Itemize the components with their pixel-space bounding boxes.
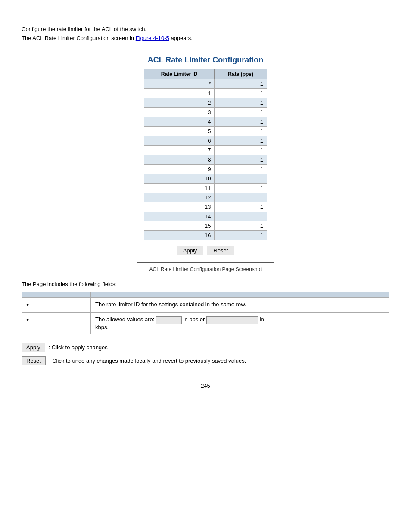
rate-cell: 1: [215, 193, 267, 202]
page-number: 245: [22, 383, 389, 389]
rate-limiter-id-cell: 11: [144, 184, 215, 193]
button-desc-section: Apply : Click to apply changes Reset : C…: [22, 343, 389, 365]
rate-cell: 1: [215, 231, 267, 240]
fields-table: • The rate limiter ID for the settings c…: [22, 292, 389, 334]
rate-limiter-id-cell: 10: [144, 174, 215, 184]
rate-limiter-id-cell: *: [144, 79, 215, 89]
figure-caption: ACL Rate Limiter Configuration Page Scre…: [149, 266, 262, 272]
field-label-2: •: [22, 313, 91, 334]
table-header-row: Rate Limiter ID Rate (pps): [144, 69, 267, 79]
field-desc-2: The allowed values are: in pps or in kbp…: [91, 313, 389, 334]
rate-cell: 1: [215, 79, 267, 89]
table-row: 121: [144, 193, 267, 202]
rate-limiter-id-cell: 7: [144, 146, 215, 155]
rate-limiter-id-cell: 1: [144, 89, 215, 98]
acl-table: Rate Limiter ID Rate (pps) *111213141516…: [144, 69, 267, 240]
rate-limiter-id-cell: 3: [144, 108, 215, 117]
rate-limiter-id-cell: 9: [144, 165, 215, 174]
table-row: 31: [144, 108, 267, 117]
intro-line2-suffix: appears.: [169, 35, 193, 41]
rate-cell: 1: [215, 146, 267, 155]
rate-cell: 1: [215, 136, 267, 146]
table-row: 41: [144, 117, 267, 127]
rate-limiter-id-cell: 8: [144, 155, 215, 165]
col-header-rate: Rate (pps): [215, 69, 267, 79]
field-desc-1: The rate limiter ID for the settings con…: [91, 298, 389, 313]
table-row: • The allowed values are: in pps or in k…: [22, 313, 389, 334]
rate-limiter-id-cell: 16: [144, 231, 215, 240]
intro-line2: The ACL Rate Limiter Configuration scree…: [22, 35, 389, 41]
rate-limiter-id-cell: 12: [144, 193, 215, 202]
reset-desc-row: Reset : Click to undo any changes made l…: [22, 356, 389, 365]
figure-container: ACL Rate Limiter Configuration Rate Limi…: [22, 50, 389, 272]
table-row: 61: [144, 136, 267, 146]
table-row: 111: [144, 184, 267, 193]
rate-cell: 1: [215, 202, 267, 212]
rate-cell: 1: [215, 98, 267, 108]
apply-button-main[interactable]: Apply: [177, 246, 204, 255]
col-header-id: Rate Limiter ID: [144, 69, 215, 79]
rate-cell: 1: [215, 127, 267, 136]
table-row: 21: [144, 98, 267, 108]
fields-col1-header: [22, 292, 91, 298]
rate-limiter-id-cell: 5: [144, 127, 215, 136]
field-desc-2-middle: in pps or: [184, 316, 205, 323]
field-desc-2-prefix: The allowed values are:: [95, 316, 154, 323]
reset-desc-text: : Click to undo any changes made locally…: [49, 358, 246, 364]
reset-label-desc: Reset: [22, 356, 46, 365]
rate-cell: 1: [215, 117, 267, 127]
rate-limiter-id-cell: 15: [144, 221, 215, 231]
rate-cell: 1: [215, 155, 267, 165]
apply-desc-text: : Click to apply changes: [49, 344, 108, 351]
section-label: The Page includes the following fields:: [22, 281, 389, 287]
table-row: 11: [144, 89, 267, 98]
field-desc-2-end: kbps.: [95, 324, 109, 330]
rate-cell: 1: [215, 165, 267, 174]
table-row: 141: [144, 212, 267, 221]
table-row: 81: [144, 155, 267, 165]
table-row: 71: [144, 146, 267, 155]
rate-cell: 1: [215, 221, 267, 231]
table-row: 91: [144, 165, 267, 174]
acl-config-box: ACL Rate Limiter Configuration Rate Limi…: [137, 50, 274, 263]
bullet-1: •: [26, 301, 29, 309]
acl-button-row: Apply Reset: [144, 246, 267, 255]
pps-input-display: [156, 316, 182, 324]
rate-limiter-id-cell: 4: [144, 117, 215, 127]
rate-cell: 1: [215, 184, 267, 193]
acl-config-title: ACL Rate Limiter Configuration: [144, 56, 267, 65]
rate-cell: 1: [215, 89, 267, 98]
fields-table-header: [22, 292, 389, 298]
rate-limiter-id-cell: 2: [144, 98, 215, 108]
field-label-1: •: [22, 298, 91, 313]
table-row: *1: [144, 79, 267, 89]
intro-line1: Configure the rate limiter for the ACL o…: [22, 26, 389, 32]
intro-line2-prefix: The ACL Rate Limiter Configuration scree…: [22, 35, 136, 41]
table-row: • The rate limiter ID for the settings c…: [22, 298, 389, 313]
rate-cell: 1: [215, 108, 267, 117]
kbps-input-display: [206, 316, 258, 324]
rate-cell: 1: [215, 212, 267, 221]
bullet-2: •: [26, 316, 29, 324]
table-row: 151: [144, 221, 267, 231]
apply-desc-row: Apply : Click to apply changes: [22, 343, 389, 352]
rate-cell: 1: [215, 174, 267, 184]
table-row: 101: [144, 174, 267, 184]
fields-col2-header: [91, 292, 389, 298]
figure-link[interactable]: Figure 4-10-5: [136, 35, 169, 41]
apply-label-desc: Apply: [22, 343, 45, 352]
field-desc-2-suffix: in: [260, 316, 264, 323]
table-row: 51: [144, 127, 267, 136]
reset-button-main[interactable]: Reset: [207, 246, 234, 255]
rate-limiter-id-cell: 6: [144, 136, 215, 146]
table-row: 161: [144, 231, 267, 240]
rate-limiter-id-cell: 13: [144, 202, 215, 212]
rate-limiter-id-cell: 14: [144, 212, 215, 221]
table-row: 131: [144, 202, 267, 212]
